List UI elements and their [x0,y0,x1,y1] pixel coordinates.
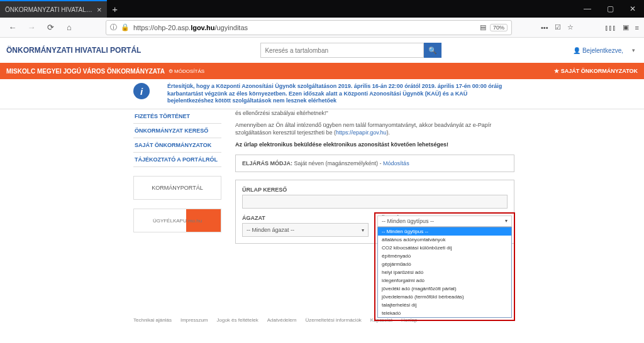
form-search-label: ŰRLAP KERESŐ [242,187,508,193]
sector-label: ÁGAZAT [242,215,369,221]
org-name: MISKOLC MEGYEI JOGÚ VÁROS ÖNKORMÁNYZATA [6,68,165,75]
reader-icon[interactable]: ▤ [480,23,486,31]
menu-icon[interactable]: ≡ [635,24,639,31]
body-text-2: Amennyiben az Ön által intézendő ügyben … [235,121,514,137]
form-search-input[interactable] [242,195,508,209]
footer-link[interactable]: Impresszum [180,317,208,323]
footer-link[interactable]: Üzemeltetési információk [305,317,361,323]
more-icon[interactable]: ••• [541,24,548,31]
modify-link[interactable]: ⚙ MÓDOSÍTÁS [169,68,204,74]
shield-icon: ⓘ [110,23,117,32]
sidebar-icon[interactable]: ▣ [623,23,629,31]
procedure-box: ELJÁRÁS MÓDJA: Saját néven (magánszemély… [235,155,514,172]
search-button[interactable]: 🔍 [424,43,441,58]
kormanyportal-logo[interactable]: KORMÁNYPORTÁL [133,176,221,200]
casetype-dropdown-highlight: -- Minden ügytípus --▾ -- Minden ügytípu… [374,212,515,321]
casetype-option[interactable]: gépjárműadó [378,260,511,268]
casetype-option[interactable]: -- Minden ügytípus -- [378,227,511,236]
login-status[interactable]: Bejelentkezve, [573,47,623,54]
ugyfelkapu-logo[interactable]: ÜGYFÉLKAPU mo.hu [133,209,221,232]
chevron-down-icon: ▾ [362,227,364,233]
url-bar[interactable]: ⓘ 🔒 https://ohp-20.asp.lgov.hu/ugyindita… [106,20,512,35]
casetype-option[interactable]: helyi iparűzési adó [378,268,511,276]
url-text: https://ohp-20.asp.lgov.hu/ugyinditas [133,24,248,31]
protection-icon[interactable]: ☑ [555,23,561,31]
reload-icon[interactable]: ⟳ [43,20,58,35]
casetype-option[interactable]: talajterhelési díj [378,301,511,309]
epapir-link[interactable]: https://epapir.gov.hu [336,129,386,136]
lock-icon: 🔒 [121,23,130,31]
portal-title: ÖNKORMÁNYZATI HIVATALI PORTÁL [6,46,141,55]
info-icon: i [133,83,150,99]
chevron-down-icon[interactable]: ▾ [632,47,635,53]
casetype-option[interactable]: jövedéki adó (magánfőzött párlat) [378,285,511,293]
tab-title: ÖNKORMÁNYZATI HIVATALI PORTÁ [5,6,93,13]
casetype-option[interactable]: jövedelemadó (termőföld bérbeadás) [378,293,511,301]
minimize-icon[interactable]: — [576,0,599,18]
footer-link[interactable]: Jogok és feltételek [217,317,258,323]
browser-tab[interactable]: ÖNKORMÁNYZATI HIVATALI PORTÁ × [0,0,107,18]
maximize-icon[interactable]: ▢ [599,0,621,18]
home-icon[interactable]: ⌂ [62,20,77,35]
casetype-select[interactable]: -- Minden ügytípus --▾ [377,215,512,227]
chevron-down-icon: ▾ [505,218,508,224]
bookmark-icon[interactable]: ☆ [567,23,574,31]
library-icon[interactable]: ⫿⫿⫿ [605,24,616,31]
body-text-1: és ellenőrzési szabályai eltérhetnek!" [235,109,514,117]
casetype-option[interactable]: CO2 kibocsátási különbözeti díj [378,244,511,252]
sidebar-item-payment-history[interactable]: FIZETÉS TÖRTÉNET [133,109,221,124]
sidebar: FIZETÉS TÖRTÉNET ÖNKORMÁNYZAT KERESŐ SAJ… [133,109,221,244]
sidebar-item-municipality-search[interactable]: ÖNKORMÁNYZAT KERESŐ [133,124,221,138]
casetype-option[interactable]: idegenforgalmi adó [378,276,511,285]
casetype-option[interactable]: telekadó [378,309,511,317]
sector-select[interactable]: -- Minden ágazat --▾ [242,223,369,237]
sidebar-item-portal-info[interactable]: TÁJÉKOZTATÓ A PORTÁLRÓL [133,153,221,167]
sidebar-item-own-municipalities[interactable]: SAJÁT ÖNKORMÁNYZATOK [133,138,221,153]
form-area: ŰRLAP KERESŐ ÁGAZAT -- Minden ágazat --▾… [235,180,514,244]
close-window-icon[interactable]: ✕ [621,0,644,18]
casetype-dropdown[interactable]: -- Minden ügytípus --általános adónyomta… [377,227,512,318]
search-input[interactable] [260,43,424,58]
own-municipalities-link[interactable]: SAJÁT ÖNKORMÁNYZATOK [554,68,638,74]
footer-link[interactable]: Adatvédelem [267,317,297,323]
info-text: Értesítjük, hogy a Központi Azonosítási … [167,83,511,105]
zoom-level[interactable]: 70% [490,24,508,31]
new-tab-button[interactable]: + [107,1,123,17]
back-icon[interactable]: ← [5,20,20,35]
casetype-option[interactable]: általános adónyomtatványok [378,236,511,244]
forward-icon[interactable]: → [24,20,39,35]
casetype-option[interactable]: építményadó [378,252,511,260]
body-text-3: Az űrlap elektronikus beküldése elektron… [235,141,514,149]
procedure-modify-link[interactable]: Módosítás [383,160,409,166]
close-tab-icon[interactable]: × [97,5,102,14]
footer-link[interactable]: Technikai ajánlás [133,317,172,323]
